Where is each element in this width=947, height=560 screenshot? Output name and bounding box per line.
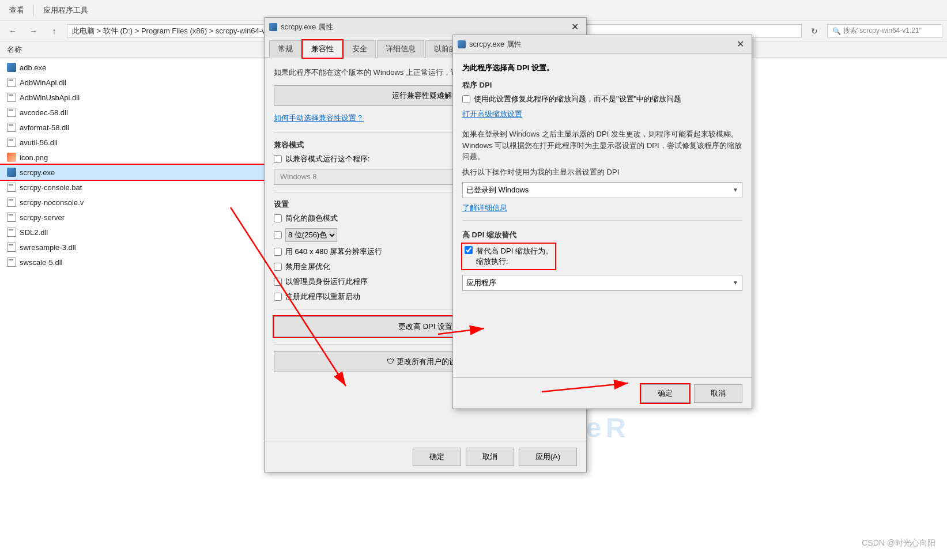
dpi-heading: 为此程序选择高 DPI 设置。 bbox=[462, 63, 742, 73]
list-item[interactable]: avcodec-58.dll bbox=[0, 105, 265, 120]
dialog1-close-btn[interactable]: ✕ bbox=[568, 20, 582, 34]
tab-compat[interactable]: 兼容性 bbox=[303, 40, 342, 58]
program-dpi-checkbox-row: 使用此设置修复此程序的缩放问题，而不是"设置"中的缩放问题 bbox=[462, 94, 742, 104]
png-icon bbox=[7, 153, 16, 162]
dialog2-close-btn[interactable]: ✕ bbox=[733, 37, 747, 51]
up-btn[interactable]: ↑ bbox=[46, 23, 62, 39]
list-item[interactable]: AdbWinUsbApi.dll bbox=[0, 90, 265, 105]
high-dpi-section: 高 DPI 缩放替代 替代高 DPI 缩放行为。缩放执行: 应用程序 ▼ bbox=[462, 230, 742, 291]
register-label: 注册此程序以重新启动 bbox=[285, 292, 360, 302]
program-dpi-section: 程序 DPI 使用此设置修复此程序的缩放问题，而不是"设置"中的缩放问题 打开高… bbox=[462, 80, 742, 119]
name-column-header: 名称 bbox=[7, 44, 22, 55]
cancel-btn1[interactable]: 取消 bbox=[466, 448, 514, 466]
file-name: icon.png bbox=[20, 153, 48, 162]
dialog2-title-text: scrcpy.exe 属性 bbox=[469, 39, 522, 50]
tab-general[interactable]: 常规 bbox=[269, 40, 301, 58]
ok-btn2[interactable]: 确定 bbox=[641, 384, 689, 403]
admin-label: 以管理员身份运行此程序 bbox=[285, 277, 368, 287]
file-name: avcodec-58.dll bbox=[20, 108, 68, 117]
tab-details[interactable]: 详细信息 bbox=[377, 40, 424, 58]
path-text: 此电脑 > 软件 (D:) > Program Files (x86) > sc… bbox=[72, 26, 280, 36]
list-item[interactable]: scrcpy-server bbox=[0, 210, 265, 225]
tab-security[interactable]: 安全 bbox=[344, 40, 376, 58]
cancel-btn2[interactable]: 取消 bbox=[694, 384, 742, 403]
bat-icon bbox=[7, 183, 16, 192]
file-name: swscale-5.dll bbox=[20, 258, 62, 267]
list-item[interactable]: SDL2.dll bbox=[0, 225, 265, 240]
file-name: AdbWinApi.dll bbox=[20, 78, 66, 87]
file-name: scrcpy-server bbox=[20, 213, 65, 222]
more-info-link[interactable]: 了解详细信息 bbox=[462, 203, 742, 213]
dialog2-content: 为此程序选择高 DPI 设置。 程序 DPI 使用此设置修复此程序的缩放问题，而… bbox=[453, 54, 752, 381]
forward-btn[interactable]: → bbox=[25, 23, 41, 39]
high-dpi-label: 高 DPI 缩放替代 bbox=[462, 230, 742, 240]
dpi-select-dropdown[interactable]: 已登录到 Windows ▼ bbox=[462, 182, 742, 198]
dialog2-separator bbox=[462, 220, 742, 221]
bit-color-checkbox[interactable] bbox=[274, 231, 282, 239]
admin-checkbox[interactable] bbox=[274, 278, 282, 286]
file-list: adb.exe AdbWinApi.dll AdbWinUsbApi.dll a… bbox=[0, 58, 265, 272]
list-item[interactable]: AdbWinApi.dll bbox=[0, 75, 265, 90]
list-item[interactable]: avutil-56.dll bbox=[0, 135, 265, 150]
register-checkbox[interactable] bbox=[274, 293, 282, 301]
dpi-warning-text: 如果在登录到 Windows 之后主显示器的 DPI 发生更改，则程序可能看起来… bbox=[462, 128, 742, 162]
dll-icon bbox=[7, 78, 16, 87]
dialog1-title: scrcpy.exe 属性 bbox=[269, 22, 333, 32]
color-mode-checkbox[interactable] bbox=[274, 214, 282, 222]
compat-checkbox[interactable] bbox=[274, 155, 282, 163]
dll-icon bbox=[7, 243, 16, 252]
apply-btn1[interactable]: 应用(A) bbox=[519, 448, 577, 466]
view-btn[interactable]: 查看 bbox=[5, 3, 29, 18]
scaling-value: 应用程序 bbox=[466, 278, 496, 288]
override-checkbox[interactable] bbox=[465, 246, 473, 254]
back-btn[interactable]: ← bbox=[5, 23, 21, 39]
list-item-scrcpy[interactable]: scrcpy.exe bbox=[0, 165, 265, 180]
dpi-dialog: scrcpy.exe 属性 ✕ 为此程序选择高 DPI 设置。 程序 DPI 使… bbox=[452, 35, 752, 409]
scaling-arrow: ▼ bbox=[733, 279, 738, 286]
file-name: AdbWinUsbApi.dll bbox=[20, 93, 80, 102]
list-item[interactable]: icon.png bbox=[0, 150, 265, 165]
override-checkbox-row: 替代高 DPI 缩放行为。缩放执行: bbox=[462, 244, 742, 269]
list-item[interactable]: avformat-58.dll bbox=[0, 120, 265, 135]
list-item[interactable]: scrcpy-console.bat bbox=[0, 180, 265, 195]
dll-icon bbox=[7, 258, 16, 267]
file-name: scrcpy.exe bbox=[20, 168, 55, 177]
search-box[interactable]: 🔍 搜索"scrcpy-win64-v1.21" bbox=[827, 24, 942, 38]
dll-icon bbox=[7, 138, 16, 147]
exe-icon bbox=[7, 168, 16, 177]
dialog1-icon bbox=[269, 23, 277, 31]
dll-icon bbox=[7, 123, 16, 132]
list-item[interactable]: swresample-3.dll bbox=[0, 240, 265, 255]
program-dpi-checkbox-label: 使用此设置修复此程序的缩放问题，而不是"设置"中的缩放问题 bbox=[474, 94, 681, 104]
file-name: swresample-3.dll bbox=[20, 243, 76, 252]
refresh-btn[interactable]: ↻ bbox=[806, 23, 823, 39]
dialog1-titlebar: scrcpy.exe 属性 ✕ bbox=[265, 18, 586, 36]
search-placeholder: 搜索"scrcpy-win64-v1.21" bbox=[843, 26, 922, 36]
bit-color-select[interactable]: 8 位(256)色 bbox=[285, 228, 337, 242]
app-tools-btn[interactable]: 应用程序工具 bbox=[39, 3, 93, 18]
dpi-select-label: 执行以下操作时使用为我的主显示器设置的 DPI bbox=[462, 167, 742, 177]
dll-icon bbox=[7, 108, 16, 117]
color-mode-label: 简化的颜色模式 bbox=[285, 213, 338, 224]
scaling-dropdown[interactable]: 应用程序 ▼ bbox=[462, 275, 742, 291]
list-item[interactable]: swscale-5.dll bbox=[0, 255, 265, 270]
resolution-checkbox[interactable] bbox=[274, 248, 282, 256]
exe-icon bbox=[7, 63, 16, 72]
dll-icon bbox=[7, 228, 16, 237]
file-name: adb.exe bbox=[20, 63, 46, 72]
dpi-select-section: 执行以下操作时使用为我的主显示器设置的 DPI 已登录到 Windows ▼ bbox=[462, 167, 742, 198]
file-name: avutil-56.dll bbox=[20, 138, 58, 147]
compat-checkbox-label: 以兼容模式运行这个程序: bbox=[285, 154, 370, 164]
program-dpi-label: 程序 DPI bbox=[462, 80, 742, 90]
file-name: avformat-58.dll bbox=[20, 123, 69, 132]
ok-btn1[interactable]: 确定 bbox=[413, 448, 461, 466]
toolbar-divider bbox=[33, 5, 34, 16]
program-dpi-checkbox[interactable] bbox=[462, 95, 470, 103]
list-item[interactable]: scrcpy-noconsole.v bbox=[0, 195, 265, 210]
fullscreen-checkbox[interactable] bbox=[274, 263, 282, 271]
dialog2-title: scrcpy.exe 属性 bbox=[458, 39, 522, 50]
file-name: SDL2.dll bbox=[20, 228, 48, 237]
high-settings-link[interactable]: 打开高级缩放设置 bbox=[462, 109, 522, 118]
list-item[interactable]: adb.exe bbox=[0, 60, 265, 75]
override-checkbox-outlined: 替代高 DPI 缩放行为。缩放执行: bbox=[462, 244, 555, 269]
